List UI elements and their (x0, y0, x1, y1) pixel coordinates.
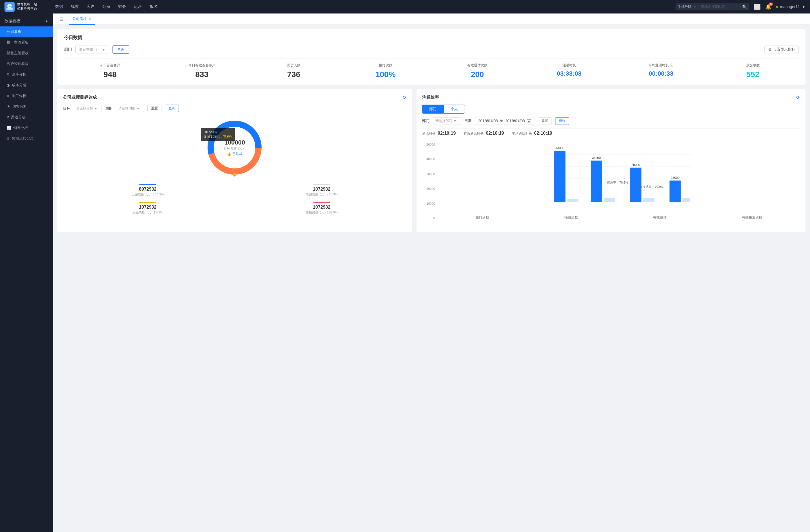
hamburger-menu[interactable]: ☰ (58, 16, 66, 22)
notification-icon[interactable]: 🔔 5 (765, 4, 772, 10)
sidebar-item-funnel[interactable]: ▽ 漏斗分析 (0, 69, 53, 80)
sidebar-item-sales[interactable]: 📊 销售分析 (0, 122, 53, 133)
eff-dept-placeholder: 请选择部门 (435, 119, 452, 123)
sidebar-item-data-flow[interactable]: ⊞ 数据流转记录 (0, 133, 53, 144)
metric-deals: 成交单数 552 (707, 63, 799, 79)
metric-call-duration: 通话时长 03:33:03 (523, 63, 615, 79)
sidebar-item-promo[interactable]: ◈ 推广分析 (0, 90, 53, 101)
target-select-placeholder: 请选择目标 (76, 106, 93, 111)
monitor-icon[interactable]: ⬜ (754, 3, 761, 10)
sidebar-item-promo-manager[interactable]: 推广主管看板 (0, 37, 53, 48)
tab-person[interactable]: 个人 (443, 105, 465, 114)
stat-incomplete: 1072932 未完成量（元）| 20.9% (237, 183, 406, 197)
sidebar-item-label: 销售分析 (13, 126, 28, 131)
y-label-4: 40000 (422, 157, 435, 161)
content-wrapper: ☰ 公司看板 ✕ 今日数据 部门 请选择部门 ▼ (53, 14, 810, 532)
donut-center-value: 100000 (224, 139, 245, 146)
user-area[interactable]: manager11 ▼ (776, 4, 806, 9)
eff-call-value: 02:10:19 (438, 131, 456, 135)
search-type-select[interactable]: 手机号码 (678, 4, 691, 9)
date-range-picker[interactable]: 2018/01/08 至 2018/01/08 📅 (475, 117, 534, 125)
settings-display-button[interactable]: ⚙ 设置显示指标 (764, 46, 799, 53)
target-panel-title: 公司业绩目标达成 (63, 95, 97, 100)
target-refresh-icon[interactable]: ⟳ (403, 95, 406, 100)
sidebar-item-cost[interactable]: ◑ 成本分析 (0, 80, 53, 90)
search-icon[interactable]: 🔍 (742, 4, 747, 9)
target-query-button[interactable]: 查询 (165, 105, 179, 112)
today-query-button[interactable]: 查询 (113, 45, 129, 54)
stat-completed: 8972932 已完成量（元）| 70.9% (63, 183, 232, 197)
nav-public-sea[interactable]: 公海 (102, 4, 110, 9)
metric-value: 833 (156, 70, 248, 79)
main-content: 今日数据 部门 请选择部门 ▼ 查询 ⚙ 设置显示指标 (53, 25, 810, 532)
bar-dial-blue (554, 151, 565, 202)
metric-value: 200 (432, 70, 523, 79)
eff-dept-label: 部门 (422, 118, 430, 123)
sidebar-section-title: 数据看板 (4, 19, 20, 23)
metric-label: 有效通话次数 (432, 63, 523, 68)
nav-data[interactable]: 数据 (55, 4, 63, 9)
donut-achieved: 👍 已达成 (224, 152, 245, 156)
svg-point-6 (233, 173, 236, 177)
svg-text:CRM: CRM (7, 5, 13, 8)
efficiency-refresh-icon[interactable]: ⟳ (796, 95, 800, 100)
stat-desc: 已完成量（元）| 70.9% (63, 192, 232, 197)
username: manager11 (780, 4, 800, 9)
target-filter-row: 目标 请选择目标 ▼ 周期 请选择周期 ▼ 重置 查询 (63, 105, 406, 112)
eff-dept-select[interactable]: 请选择部门 ▼ (433, 117, 461, 125)
nav-finance[interactable]: 财务 (118, 4, 126, 9)
dept-filter-row: 部门 请选择部门 ▼ 日期 2018/01/08 至 2018/01/08 📅 (422, 117, 800, 125)
bar-effective-light (643, 198, 654, 202)
nav-customers[interactable]: 客户 (87, 4, 95, 9)
nav-links: 数据 线索 客户 公海 财务 运营 报名 (49, 4, 676, 9)
bar-eff-connect-light (682, 198, 690, 202)
nav-leads[interactable]: 线索 (71, 4, 79, 9)
bar-eff-connect-value: 18000 (671, 176, 680, 179)
search-input[interactable] (701, 5, 741, 9)
target-reset-button[interactable]: 重置 (147, 105, 161, 112)
top-navigation: CRM 教育机构一站 式服务云平台 数据 线索 客户 公海 财务 运营 报名 手… (0, 0, 810, 14)
search-bar: 手机号码 ▼ | 🔍 (676, 3, 749, 11)
sidebar-section-header[interactable]: 数据看板 ▲ (0, 16, 53, 27)
period-select[interactable]: 请选择周期 ▼ (116, 105, 144, 112)
eff-query-button[interactable]: 查询 (555, 117, 569, 125)
target-panel-header: 公司业绩目标达成 ⟳ (63, 95, 406, 100)
target-select[interactable]: 请选择目标 ▼ (74, 105, 102, 112)
y-label-5: 50000 (422, 143, 435, 146)
sidebar-item-channel[interactable]: ⑆ 渠道分析 (0, 112, 53, 122)
sidebar: 数据看板 ▲ 公司看板 推广主管看板 销售主管看板 客户经理看板 ▽ 漏斗分析 … (0, 14, 53, 532)
dept-select[interactable]: 请选择部门 ▼ (75, 46, 109, 53)
date-to: 2018/01/08 (505, 119, 525, 123)
eff-avg-value: 02:10:19 (534, 131, 552, 135)
sidebar-item-account-manager[interactable]: 客户经理看板 (0, 59, 53, 69)
metric-effective-consult: 今日有效首咨客户 833 (156, 63, 248, 79)
target-arrow: ▼ (94, 106, 98, 111)
stat-desc: 应完成量（元）| 8.9% (63, 210, 232, 215)
eff-effective-value: 02:10:19 (486, 131, 504, 135)
x-label-effective: 有效通话 (653, 215, 667, 220)
metric-label: 平均通话时长 ⓘ (615, 63, 707, 68)
svg-point-1 (6, 7, 13, 11)
x-label-dial: 拨打次数 (475, 215, 489, 220)
stat-num: 1072932 (237, 187, 406, 192)
sidebar-item-company-board[interactable]: 公司看板 (0, 27, 53, 37)
tooltip-ratio: 所占比例： 70.9% (204, 134, 231, 139)
eff-avg-duration: 平均通话时长 02:10:19 (512, 131, 553, 136)
sidebar-item-visitor[interactable]: 👁 访客分析 (0, 101, 53, 112)
period-arrow: ▼ (136, 106, 140, 111)
sidebar-item-label: 渠道分析 (11, 115, 26, 120)
eff-reset-button[interactable]: 重置 (538, 117, 552, 125)
tab-company-board[interactable]: 公司看板 ✕ (69, 14, 95, 25)
stat-num: 1072932 (237, 205, 406, 210)
tab-bar: ☰ 公司看板 ✕ (53, 14, 810, 25)
sidebar-item-sales-manager[interactable]: 销售主管看板 (0, 48, 53, 59)
metric-label: 回访人数 (248, 63, 340, 68)
nav-enrollment[interactable]: 报名 (150, 4, 158, 9)
target-label: 目标 (63, 106, 70, 111)
tab-close-icon[interactable]: ✕ (88, 17, 92, 21)
tab-dept[interactable]: 部门 (422, 105, 443, 114)
metrics-row: 今日首咨客户 948 今日有效首咨客户 833 回访人数 736 拨打次数 10… (64, 58, 799, 79)
stat-bar-blue (139, 184, 156, 185)
eff-call-label: 通话时长 (422, 132, 436, 135)
nav-operations[interactable]: 运营 (134, 4, 142, 9)
